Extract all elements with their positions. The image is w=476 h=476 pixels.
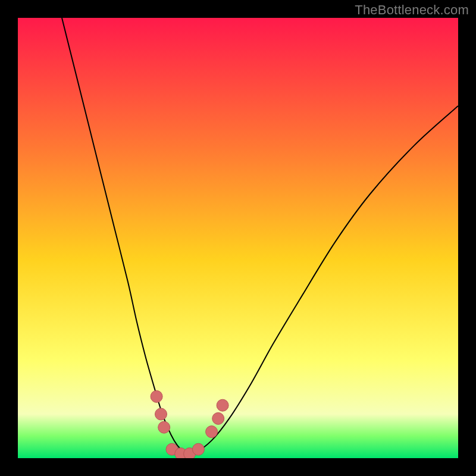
- data-marker: [212, 412, 224, 424]
- plot-area: [18, 18, 458, 458]
- data-marker: [217, 399, 228, 411]
- data-marker: [206, 426, 218, 438]
- data-marker: [192, 443, 204, 455]
- data-marker: [155, 408, 167, 420]
- data-marker: [158, 421, 170, 433]
- chart-svg: [18, 18, 458, 458]
- chart-frame: TheBottleneck.com: [0, 0, 476, 476]
- data-marker: [151, 390, 162, 402]
- watermark-text: TheBottleneck.com: [355, 2, 469, 18]
- gradient-background: [18, 18, 458, 458]
